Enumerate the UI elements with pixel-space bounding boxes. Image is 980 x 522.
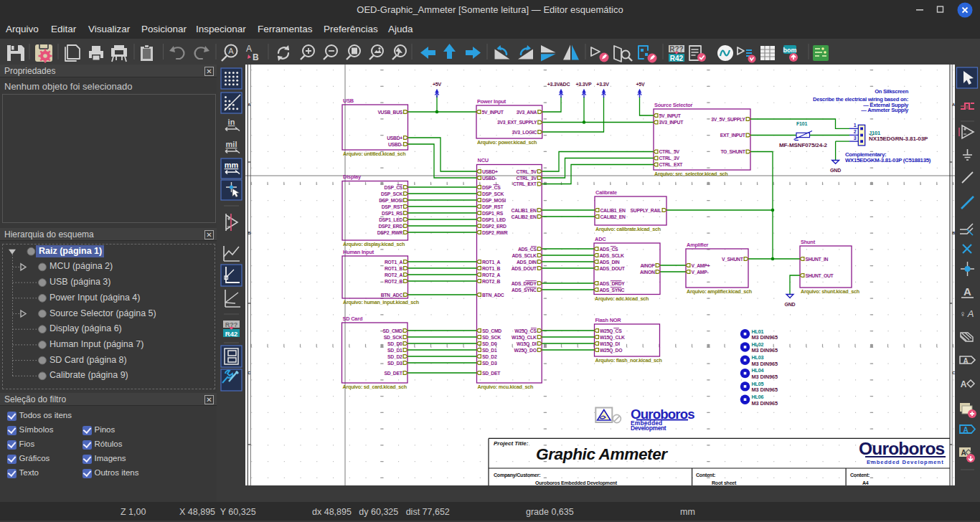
svg-text:ADS_DOUT: ADS_DOUT [512,266,537,271]
svg-text:A: A [967,308,974,319]
svg-text:Arquivo: human_input.kicad_sch: Arquivo: human_input.kicad_sch [343,299,419,305]
svg-text:ADS_CS: ADS_CS [600,247,619,252]
svg-text:DSP1_RS: DSP1_RS [382,211,403,216]
svg-text:SD_D1: SD_D1 [387,348,402,353]
svg-text:USBD-: USBD- [482,176,496,181]
svg-text:M3 DIN965: M3 DIN965 [752,386,778,393]
svg-text:Arquivo: display.kicad_sch: Arquivo: display.kicad_sch [343,241,405,247]
svg-text:DSP_SCK: DSP_SCK [482,191,504,196]
svg-text:SHUNT_OUT: SHUNT_OUT [806,273,834,278]
svg-text:+5V: +5V [433,82,442,87]
svg-text:Display: Display [343,174,362,180]
svg-text:B: B [253,52,259,62]
svg-text:CALIB2_EN: CALIB2_EN [512,214,537,219]
svg-text:W25Q_DO: W25Q_DO [514,348,537,353]
svg-text:GND: GND [785,302,796,307]
svg-text:CTRL_5V: CTRL_5V [659,149,680,154]
svg-text:SD Card: SD Card [343,315,363,322]
svg-text:DSP_RST: DSP_RST [482,204,504,209]
svg-text:CTRL_3V: CTRL_3V [659,156,680,161]
svg-text:CALIB1_EN: CALIB1_EN [512,208,537,213]
svg-text:AINON: AINON [640,270,655,275]
svg-text:DSP1_LED: DSP1_LED [482,217,506,222]
svg-text:ADS_DRDY: ADS_DRDY [512,281,537,286]
svg-text:W25Q_CS: W25Q_CS [600,328,622,334]
svg-text:V_AMP+: V_AMP+ [692,263,710,268]
svg-text:Arquivo: amplifier.kicad_sch: Arquivo: amplifier.kicad_sch [687,288,752,295]
svg-text:Calibrate: Calibrate [595,189,617,196]
svg-text:SD_SCK: SD_SCK [482,335,501,340]
svg-text:Shunt: Shunt [801,239,816,245]
svg-text:AINOP: AINOP [640,263,655,268]
svg-text:Root sheet: Root sheet [712,480,737,485]
svg-text:SD_CMD: SD_CMD [482,328,501,333]
svg-text:CALIB1_EN: CALIB1_EN [600,208,626,213]
svg-text:ADS_DIN: ADS_DIN [600,260,620,265]
svg-text:SD_D0: SD_D0 [482,341,497,346]
svg-text:Human Input: Human Input [343,249,374,255]
svg-text:USBD+: USBD+ [482,169,498,174]
svg-text:ADS_DIN: ADS_DIN [517,260,537,265]
svg-text:Power Input: Power Input [477,98,507,105]
svg-text:DSP2_ERD: DSP2_ERD [482,224,507,229]
svg-text:3V3_ANA: 3V3_ANA [517,110,537,115]
svg-text:EXT_INPUT: EXT_INPUT [720,133,746,138]
svg-text:Source Selector: Source Selector [654,102,693,108]
svg-text:Content:: Content: [696,473,715,478]
svg-text:ROT2_B: ROT2_B [385,279,402,284]
svg-text:+3.3VP: +3.3VP [575,82,591,87]
svg-text:MF-MSNF075/24-2: MF-MSNF075/24-2 [779,142,828,148]
svg-text:M3 DIN965: M3 DIN965 [752,374,778,380]
svg-text:♀: ♀ [960,309,966,319]
svg-text:Arquivo: mcu.kicad_sch: Arquivo: mcu.kicad_sch [478,384,534,390]
svg-text:WX15EDGKM-3.81-03P (C5188135): WX15EDGKM-3.81-03P (C5188135) [845,157,931,163]
svg-text:ADS_SCLK: ADS_SCLK [512,253,537,258]
svg-text:DSP2_RWR: DSP2_RWR [482,230,508,235]
svg-text:bom: bom [783,47,797,54]
svg-text:SD_DET: SD_DET [482,371,501,376]
svg-text:ADS_DOUT: ADS_DOUT [600,266,626,271]
svg-text:Embedded Development: Embedded Development [867,459,944,465]
svg-text:Arquivo: flash_nor.kicad_sch: Arquivo: flash_nor.kicad_sch [595,357,662,364]
svg-text:J101: J101 [869,130,880,136]
svg-text:1: 1 [854,123,857,128]
svg-text:ADS_SCLK: ADS_SCLK [600,253,625,258]
svg-text:Company/Customer:: Company/Customer: [494,473,540,478]
svg-text:CTRL_5V: CTRL_5V [517,169,537,174]
svg-text:Ouroboros Embedded Development: Ouroboros Embedded Development [535,480,618,486]
svg-text:A: A [248,103,250,107]
svg-text:C: C [248,371,250,375]
svg-text:DSP2_ERD: DSP2_ERD [379,224,403,229]
svg-text:SD_CMD: SD_CMD [383,328,402,333]
svg-text:3V3_EXT_SUPPLY: 3V3_EXT_SUPPLY [497,120,537,125]
svg-text:M3 DIN965: M3 DIN965 [752,361,778,367]
svg-text:R42: R42 [225,330,237,338]
svg-text:CALIB2_EN: CALIB2_EN [600,214,626,219]
svg-text:A: A [963,357,968,365]
svg-text:DSP1_LED: DSP1_LED [379,217,402,222]
svg-text:Arquivo: power.kicad_sch: Arquivo: power.kicad_sch [477,139,537,146]
svg-text:ROT1_A: ROT1_A [385,260,402,265]
svg-text:CTRL_EXT: CTRL_EXT [513,181,537,186]
svg-text:W25Q_CS: W25Q_CS [514,328,537,334]
svg-text:SUPPLY_RAIL: SUPPLY_RAIL [631,208,661,213]
svg-text:ADC: ADC [595,236,606,242]
svg-text:CTRL_EXT: CTRL_EXT [659,162,684,167]
svg-text:Arquivo: adc.kicad_sch: Arquivo: adc.kicad_sch [595,295,649,302]
svg-text:SD_D2: SD_D2 [482,354,497,359]
svg-text:R42: R42 [670,54,684,62]
svg-text:ROT1_B: ROT1_B [482,266,500,271]
svg-text:W15Q_CLK: W15Q_CLK [600,335,625,341]
svg-text:3V_5V_SUPPLY: 3V_5V_SUPPLY [711,117,745,122]
svg-text:M3 DIN965: M3 DIN965 [752,334,778,341]
svg-text:5V_INPUT: 5V_INPUT [482,110,504,115]
svg-text:F101: F101 [796,121,807,126]
svg-text:Amplifier: Amplifier [687,242,709,248]
svg-text:Arquivo: calibrate.kicad_sch: Arquivo: calibrate.kicad_sch [595,226,661,232]
svg-text:DSP_SCK: DSP_SCK [381,191,402,196]
svg-text:SD_DET: SD_DET [384,371,402,376]
svg-text:in: in [228,118,235,126]
svg-text:Arquivo: src_selector.kicad_sc: Arquivo: src_selector.kicad_sch [654,171,728,177]
svg-text:Arquivo: untitled.kicad_sch: Arquivo: untitled.kicad_sch [343,151,406,157]
svg-text:A: A [961,379,967,389]
